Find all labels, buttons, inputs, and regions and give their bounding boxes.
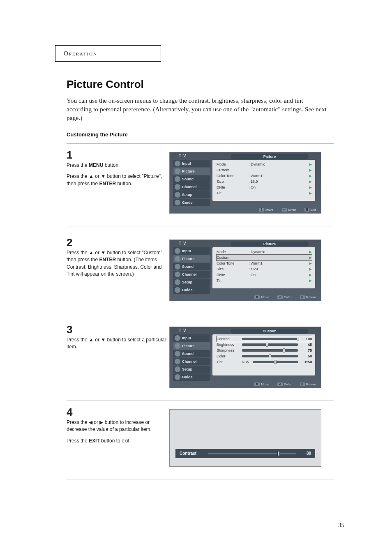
row-arrow-icon: ▶ [309,168,312,172]
step1-line2-bold: ENTER [99,181,116,187]
picture-icon [175,256,180,262]
enter-key-icon: ↵ [277,295,283,299]
osd1-row-dnie: DNIe [217,185,249,189]
slider-knob-icon [269,354,271,358]
step4-line2-post: button to exit. [100,438,131,444]
sidebar-setup: Setup [182,193,192,197]
step-4: 4 Press the ◀ or ▶ button to increase or… [67,401,334,479]
channel-icon [175,359,180,364]
osd4-value: 80 [296,451,311,456]
osd2-row-size-val: : 16:9 [249,267,281,271]
row-arrow-icon: ▶ [309,162,312,166]
picture-icon [175,343,180,349]
osd2-row-dnie: DNIe [217,273,249,277]
slider-knob-icon [266,343,268,347]
slider-knob-icon [283,348,285,352]
section-header-text: Operation [64,50,97,57]
osd1-footer-enter: Enter [288,208,296,212]
row-arrow-icon: ▶ [309,191,312,195]
slider-knob-icon [277,451,280,456]
osd1-footer-exit: Exit [311,208,316,212]
slider-bar [242,343,298,346]
step1-line1-bold: MENU [89,162,103,168]
osd3-brightness: Brightness [217,343,242,347]
step4-line2-bold: EXIT [89,438,100,444]
step-2: 2 Press the ▲ or ▼ button to select "Cus… [67,226,334,313]
step2-line1-bold: ENTER [99,257,116,263]
osd1-row-dnie-val: : On [249,185,281,189]
osd3-tv-label: T V [179,328,187,333]
osd3-color: Color [217,354,242,358]
step3-line1: Press the ▲ or ▼ button to select a part… [67,337,166,350]
move-key-icon: ⇕ [254,382,260,386]
sidebar-input: Input [182,336,191,340]
osd2-row-mode-val: : Dynamic [249,250,281,254]
sidebar-channel: Channel [182,359,197,364]
guide-icon [175,374,180,380]
row-arrow-icon: ▶ [309,180,312,184]
sidebar-channel: Channel [182,185,197,189]
enter-key-icon: ↵ [277,382,283,386]
osd3-tint-val: R50 [300,360,312,364]
osd3-footer-return: Return [306,382,316,386]
osd3-color-val: 50 [300,354,312,358]
osd1-footer-move: Move [265,208,274,212]
osd3-footer-move: Move [261,382,269,386]
enter-key-icon: ↵ [282,208,287,212]
sound-icon [175,264,180,269]
sidebar-picture: Picture [182,169,195,173]
sidebar-input: Input [182,161,191,166]
input-icon [175,161,180,166]
channel-icon [175,184,180,190]
sidebar-sound: Sound [182,265,194,269]
input-icon [175,335,180,341]
sidebar-setup: Setup [182,367,192,371]
osd1-panel: Mode: Dynamic▶ Custom▶ Color Tone: Warm1… [212,160,315,201]
osd-screenshot-4: Contrast 80 [169,409,321,467]
osd2-row-mode: Mode [217,250,249,254]
step-4-text: 4 Press the ◀ or ▶ button to increase or… [67,407,169,449]
osd2-row-size: Size [217,267,249,271]
osd-screenshot-3: T V Custom Input Picture Sound Channel S… [169,327,321,388]
sidebar-input: Input [182,249,191,253]
slider-bar [242,338,298,340]
setup-icon [175,192,180,198]
osd3-title: Custom [231,329,309,334]
osd3-tint-left: G 50 [242,360,253,364]
osd4-strip: Contrast 80 [175,449,315,458]
osd3-footer-enter: Enter [284,382,292,386]
sidebar-setup: Setup [182,280,192,284]
setup-icon [175,279,180,285]
osd3-sidebar: Input Picture Sound Channel Setup Guide [173,334,210,381]
osd3-footer: ⇕Move ↵Enter ⅢReturn [254,382,316,386]
intro-paragraph: You can use the on-screen menus to chang… [67,97,330,122]
osd3-sharpness: Sharpness [217,348,242,352]
osd1-sidebar: Input Picture Sound Channel Setup Guide [173,160,210,207]
osd2-sidebar: Input Picture Sound Channel Setup Guide [173,247,210,294]
osd2-row-dnie-val: : On [249,273,281,277]
step-3-number: 3 [67,324,169,335]
slider-knob-icon [297,337,299,341]
osd1-row-colortone: Color Tone [217,174,249,178]
step-4-number: 4 [67,407,169,417]
move-key-icon: ⇕ [259,208,264,212]
osd2-footer-move: Move [261,295,269,299]
setup-icon [175,366,180,372]
osd2-tv-label: T V [179,241,187,246]
step1-line1-pre: Press the [67,162,89,168]
exit-key-icon: Ⅲ [304,208,309,212]
return-key-icon: Ⅲ [300,382,305,386]
osd1-title: Picture [231,154,309,159]
step-1-number: 1 [67,150,169,160]
step-2-number: 2 [67,237,169,248]
osd2-footer-enter: Enter [284,295,292,299]
step-3: 3 Press the ▲ or ▼ button to select a pa… [67,313,334,401]
manual-page: Operation Picture Control You can use th… [0,0,392,479]
picture-icon [175,168,180,174]
osd2-row-tilt: Tilt [217,279,249,283]
osd1-row-mode: Mode [217,162,249,166]
osd2-title: Picture [231,242,309,246]
osd3-contrast: Contrast [217,337,242,341]
row-arrow-icon: ▶ [309,273,312,277]
osd3-brightness-val: 45 [300,343,312,347]
